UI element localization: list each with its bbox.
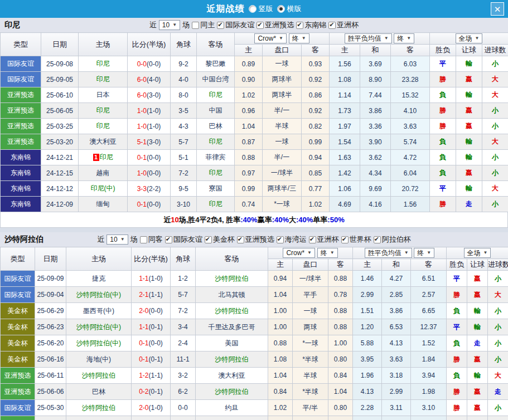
league-badge: 东南锦 [1,181,41,197]
layout-vertical-radio[interactable]: 竖版 [249,4,273,14]
checkbox-checked-icon[interactable] [341,236,349,243]
away-odds: 0.84 [328,368,353,384]
same-venue-checkbox[interactable]: 同主 [192,20,215,30]
result-cell: 平 [430,181,456,197]
away-team: 澳大利亚 [196,368,268,384]
layout-horizontal-radio[interactable]: 横版 [277,4,302,14]
goals-result-cell: 小 [488,271,508,287]
away-team-name: 沙特阿拉伯 [215,355,249,363]
league-filter-checkbox[interactable]: 亚洲杯 [328,20,359,30]
checkbox-checked-icon[interactable] [328,22,336,29]
avg-away: 1.98 [411,384,447,400]
away-team-name: 千里达及多巴哥 [209,323,255,331]
bookmaker-select[interactable]: Crow*▼ [254,33,287,43]
avg-draw: 9.69 [360,181,391,197]
away-team-name: 印尼 [209,200,222,208]
league-filter-checkbox[interactable]: 亚洲杯 [309,235,339,245]
avg-away: 12.37 [411,319,447,335]
scope-select[interactable]: 全场▼ [464,248,491,258]
away-team-name: 沙特阿拉伯 [215,275,249,282]
avg-select[interactable]: 胜平负均值▼ [365,248,412,258]
avg-home: 4.69 [330,197,360,212]
col-header: 日期 [35,247,66,271]
match-date: 25-06-05 [41,103,79,119]
avg-select[interactable]: 胜平负均值▼ [345,33,392,43]
avg-draw: 4.11 [382,416,411,420]
away-team: 印尼 [197,165,235,181]
checkbox-icon[interactable] [192,22,199,29]
away-team-name: 中国 [209,106,222,114]
stats-summary: 近10场,胜4平2负4, 胜率:40% 赢率:40% 大:40% 单率:50% [0,212,508,228]
avg-away: 15.32 [391,87,430,103]
avg-home: 1.06 [330,181,360,197]
checkbox-checked-icon[interactable] [217,22,224,29]
away-team: 沙特阿拉伯 [196,351,268,368]
league-filter-checkbox[interactable]: 亚洲预选 [237,235,274,245]
home-team-name: 沙特阿拉伯(中) [76,323,121,331]
away-team: 约旦 [196,400,268,416]
bookmaker-select[interactable]: Crow*▼ [283,248,315,258]
summary-segment: :40% [272,216,289,224]
checkbox-checked-icon[interactable] [257,22,264,29]
goals-result-cell: 大 [488,368,508,384]
sub-col-header: 主 [353,259,382,271]
scope-select[interactable]: 全场▼ [456,33,483,43]
handicap: 半球 [293,368,328,384]
league-filter-checkbox[interactable]: 国际友谊 [165,235,202,245]
away-odds: 0.88 [328,303,353,319]
league-filter-checkbox[interactable]: 阿拉伯杯 [374,235,411,245]
final-avg-select[interactable]: 终▼ [414,248,434,258]
summary-segment: 场,胜4平2负4, 胜率 [179,215,241,225]
sub-col-header: 主 [235,45,263,56]
final-odds-select[interactable]: 终▼ [317,248,338,258]
handicap: *一球 [263,197,302,212]
same-venue-checkbox[interactable]: 同客 [140,235,163,245]
final-odds-select[interactable]: 终▼ [289,33,309,43]
league-badge: 亚洲预选 [1,103,41,119]
radio-icon[interactable] [249,5,257,13]
close-button[interactable]: ✕ [491,2,504,16]
halftime-score: (1-1) [149,372,163,379]
titlebar: 近期战绩 竖版 横版 ✕ [0,0,508,18]
league-filter-label: 国际友谊 [225,20,254,30]
scope-select-value: 全场 [459,35,472,42]
home-team: 日本 [79,87,128,103]
league-filter-checkbox[interactable]: 亚洲预选 [257,20,294,30]
league-filter-checkbox[interactable]: 世界杯 [341,235,371,245]
league-filter-checkbox[interactable]: 国际友谊 [217,20,254,30]
match-count-select[interactable]: 10▼ [159,20,180,30]
league-filter-checkbox[interactable]: 海湾运 [277,235,307,245]
checkbox-checked-icon[interactable] [309,236,316,243]
away-team-name: 菲律宾 [206,153,226,161]
checkbox-checked-icon[interactable] [205,236,212,243]
avg-away: 6.04 [391,165,430,181]
avg-home: 5.88 [353,335,382,351]
checkbox-icon[interactable] [140,236,147,243]
goals-result-cell: 大 [488,287,508,303]
checkbox-checked-icon[interactable] [237,236,244,243]
match-score: 2-0(1-0) [132,400,171,416]
avg-away: 5.74 [391,134,430,150]
match-row: 国际友谊25-09-05印尼6-0(4-0)4-0中国台湾0.90两球半0.92… [1,72,508,87]
fulltime-score: 0-1 [139,355,148,363]
checkbox-checked-icon[interactable] [296,22,303,29]
checkbox-checked-icon[interactable] [374,236,381,243]
away-team: 沙特阿拉伯 [196,416,268,420]
sub-col-header: 客 [411,259,447,271]
avg-away: 3.10 [411,400,447,416]
radio-selected-icon[interactable] [277,5,285,13]
result-cell: 平 [447,319,467,335]
checkbox-checked-icon[interactable] [277,236,284,243]
match-score: 1-0(1-0) [128,103,171,119]
league-filter-checkbox[interactable]: 美金杯 [205,235,235,245]
col-header: 客场 [196,247,268,271]
home-odds: 0.97 [235,165,263,181]
home-team-name: 越南 [96,169,110,177]
checkbox-checked-icon[interactable] [165,236,172,243]
league-filter-checkbox[interactable]: 东南锦 [296,20,326,30]
summary-segment: 大 [289,215,296,225]
avg-home: 1.73 [330,103,360,119]
match-count-select[interactable]: 10▼ [107,235,128,245]
final-avg-select[interactable]: 终▼ [394,33,414,43]
home-team-name: 印尼 [96,106,110,114]
